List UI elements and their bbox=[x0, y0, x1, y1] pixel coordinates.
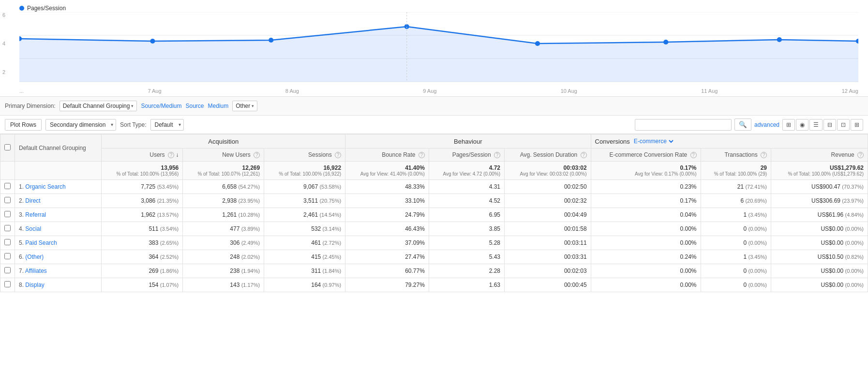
row5-ecommerce-rate: 0.00% bbox=[591, 236, 701, 250]
sessions-col-header[interactable]: Sessions ? bbox=[264, 149, 345, 162]
pivot-view-button[interactable]: ⊡ bbox=[837, 119, 850, 131]
chart-y-axis: 6 4 2 bbox=[2, 12, 5, 75]
totals-pages-session: 4.72 Avg for View: 4.72 (0.00%) bbox=[429, 162, 504, 180]
row7-ecommerce-rate: 0.00% bbox=[591, 264, 701, 278]
users-col-header[interactable]: Users ? ↓ bbox=[102, 149, 183, 162]
row4-revenue: US$0.00 (0.00%) bbox=[771, 222, 868, 236]
advanced-link[interactable]: advanced bbox=[754, 121, 779, 128]
row5-new-users: 306 (2.49%) bbox=[183, 236, 264, 250]
secondary-dimension-select[interactable]: Secondary dimension bbox=[45, 119, 116, 131]
row6-ecommerce-rate: 0.24% bbox=[591, 250, 701, 264]
row5-transactions: 0 (0.00%) bbox=[701, 236, 771, 250]
row8-checkbox[interactable] bbox=[0, 278, 15, 292]
row1-users: 7,725 (53.45%) bbox=[102, 180, 183, 194]
sessions-help[interactable]: ? bbox=[335, 152, 341, 158]
acquisition-group-header: Acquisition bbox=[102, 134, 345, 149]
row7-new-users: 238 (1.94%) bbox=[183, 264, 264, 278]
revenue-col-header[interactable]: Revenue ? bbox=[771, 149, 868, 162]
svg-point-10 bbox=[777, 37, 782, 42]
row7-bounce-rate: 60.77% bbox=[345, 264, 429, 278]
users-sort[interactable]: ↓ bbox=[176, 151, 179, 158]
row8-ecommerce-rate: 0.00% bbox=[591, 278, 701, 292]
row6-checkbox[interactable] bbox=[0, 250, 15, 264]
comparison-view-button[interactable]: ⊟ bbox=[823, 119, 836, 131]
row4-ecommerce-rate: 0.00% bbox=[591, 222, 701, 236]
sort-default-select[interactable]: Default bbox=[150, 119, 184, 131]
search-button[interactable]: 🔍 bbox=[734, 119, 751, 131]
pages-session-help[interactable]: ? bbox=[494, 152, 500, 158]
new-users-col-header[interactable]: New Users ? bbox=[183, 149, 264, 162]
row7-users: 269 (1.86%) bbox=[102, 264, 183, 278]
default-channel-grouping-label: Default Channel Grouping bbox=[63, 103, 130, 109]
pages-session-col-header[interactable]: Pages/Session ? bbox=[429, 149, 504, 162]
row1-channel: 1. Organic Search bbox=[15, 180, 102, 194]
channel-dropdown-arrow: ▾ bbox=[131, 104, 134, 108]
plot-rows-button[interactable]: Plot Rows bbox=[5, 119, 42, 131]
search-input[interactable] bbox=[635, 119, 732, 131]
row6-avg-session: 00:03:31 bbox=[505, 250, 591, 264]
avg-session-help[interactable]: ? bbox=[581, 152, 587, 158]
default-channel-grouping-dropdown[interactable]: Default Channel Grouping ▾ bbox=[60, 101, 137, 111]
y-label-6: 6 bbox=[2, 12, 5, 18]
medium-link[interactable]: Medium bbox=[208, 103, 229, 109]
row1-checkbox[interactable] bbox=[0, 180, 15, 194]
other-dropdown[interactable]: Other ▾ bbox=[232, 101, 257, 111]
pie-view-button[interactable]: ◉ bbox=[796, 119, 808, 131]
revenue-help[interactable]: ? bbox=[857, 152, 864, 158]
source-medium-link[interactable]: Source/Medium bbox=[141, 103, 181, 109]
row6-users: 364 (2.52%) bbox=[102, 250, 183, 264]
bounce-rate-help[interactable]: ? bbox=[419, 152, 425, 158]
row6-new-users: 248 (2.02%) bbox=[183, 250, 264, 264]
row2-channel: 2. Direct bbox=[15, 194, 102, 208]
source-link[interactable]: Source bbox=[186, 103, 204, 109]
chart-legend-label: Pages/Session bbox=[27, 5, 66, 12]
row7-checkbox[interactable] bbox=[0, 264, 15, 278]
custom-view-button[interactable]: ⊞ bbox=[851, 119, 863, 131]
row5-avg-session: 00:03:11 bbox=[505, 236, 591, 250]
users-help[interactable]: ? bbox=[168, 152, 174, 158]
row8-users: 154 (1.07%) bbox=[102, 278, 183, 292]
row1-avg-session: 00:02:50 bbox=[505, 180, 591, 194]
social-link[interactable]: Social bbox=[25, 225, 41, 232]
row3-checkbox[interactable] bbox=[0, 208, 15, 222]
other-label: Other bbox=[236, 103, 250, 109]
table-row: 8. Display 154 (1.07%) 143 (1.17%) 164 (… bbox=[0, 278, 868, 292]
row8-new-users: 143 (1.17%) bbox=[183, 278, 264, 292]
table-row: 7. Affiliates 269 (1.86%) 238 (1.94%) 31… bbox=[0, 264, 868, 278]
row5-bounce-rate: 37.09% bbox=[345, 236, 429, 250]
x-label-9aug: 9 Aug bbox=[423, 88, 436, 94]
ecommerce-rate-help[interactable]: ? bbox=[690, 152, 697, 158]
row3-pages-session: 6.95 bbox=[429, 208, 504, 222]
new-users-help[interactable]: ? bbox=[254, 152, 260, 158]
ecommerce-rate-col-header[interactable]: E-commerce Conversion Rate ? bbox=[591, 149, 701, 162]
select-all-checkbox[interactable] bbox=[0, 134, 15, 162]
direct-link[interactable]: Direct bbox=[25, 197, 40, 204]
conversions-type-select[interactable]: E-commerce bbox=[632, 137, 675, 145]
row1-revenue: US$900.47 (70.37%) bbox=[771, 180, 868, 194]
svg-point-6 bbox=[269, 38, 273, 43]
organic-search-link[interactable]: Organic Search bbox=[25, 183, 65, 190]
row1-bounce-rate: 48.33% bbox=[345, 180, 429, 194]
transactions-col-header[interactable]: Transactions ? bbox=[701, 149, 771, 162]
svg-point-5 bbox=[150, 39, 155, 44]
paid-search-link[interactable]: Paid Search bbox=[25, 239, 57, 246]
svg-point-9 bbox=[663, 40, 668, 45]
transactions-help[interactable]: ? bbox=[761, 152, 767, 158]
list-view-button[interactable]: ☰ bbox=[809, 119, 823, 131]
table-row: 1. Organic Search 7,725 (53.45%) 6,658 (… bbox=[0, 180, 868, 194]
avg-session-col-header[interactable]: Avg. Session Duration ? bbox=[505, 149, 591, 162]
grid-view-button[interactable]: ⊞ bbox=[782, 119, 795, 131]
row6-channel: 6. (Other) bbox=[15, 250, 102, 264]
affiliates-link[interactable]: Affiliates bbox=[25, 268, 47, 274]
row2-new-users: 2,938 (23.95%) bbox=[183, 194, 264, 208]
row4-checkbox[interactable] bbox=[0, 222, 15, 236]
row7-sessions: 311 (1.84%) bbox=[264, 264, 345, 278]
bounce-rate-col-header[interactable]: Bounce Rate ? bbox=[345, 149, 429, 162]
row5-checkbox[interactable] bbox=[0, 236, 15, 250]
x-label-12aug: 12 Aug bbox=[842, 88, 858, 94]
other-link[interactable]: (Other) bbox=[25, 253, 44, 260]
referral-link[interactable]: Referral bbox=[25, 211, 46, 218]
row3-avg-session: 00:04:49 bbox=[505, 208, 591, 222]
row2-checkbox[interactable] bbox=[0, 194, 15, 208]
display-link[interactable]: Display bbox=[25, 282, 44, 288]
